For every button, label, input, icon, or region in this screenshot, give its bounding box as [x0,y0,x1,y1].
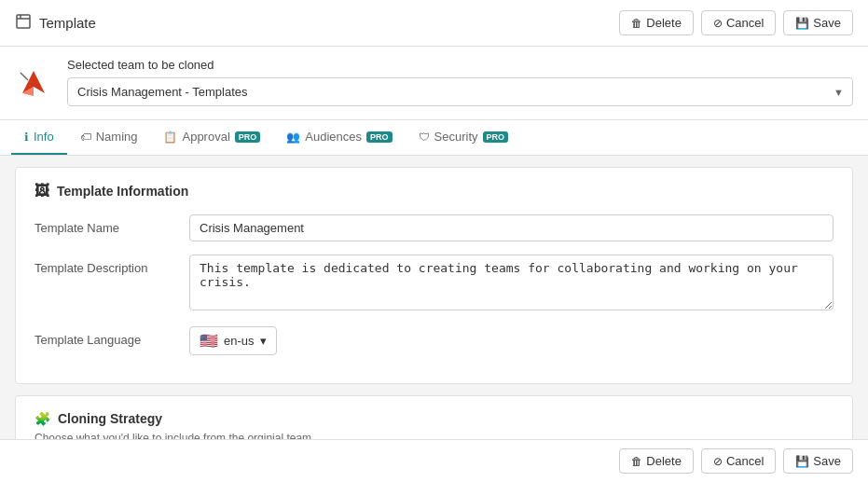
template-language-label: Template Language [34,326,174,347]
team-selector-select[interactable]: Crisis Management - Templates [67,77,853,106]
template-name-row: Template Name [34,214,834,241]
team-selector-content: Selected team to be cloned Crisis Manage… [67,58,853,106]
footer-save-icon: 💾 [795,455,809,468]
header-delete-button[interactable]: 🗑 Delete [619,10,694,35]
page-title: Template [39,15,96,31]
footer-save-button[interactable]: 💾 Save [783,448,853,474]
audiences-pro-badge: Pro [366,131,393,143]
header-actions: 🗑 Delete ⊘ Cancel 💾 Save [619,10,853,35]
header: Template 🗑 Delete ⊘ Cancel 💾 Save [0,0,868,47]
cloning-strategy-panel: 🧩 Cloning Strategy Choose what you'd lik… [15,395,853,439]
tab-security[interactable]: 🛡 Security Pro [406,120,521,155]
footer-cancel-button[interactable]: ⊘ Cancel [701,448,776,474]
template-icon [15,13,32,33]
cancel-icon: ⊘ [713,17,723,30]
security-tab-icon: 🛡 [419,131,430,144]
template-info-title: 🖼 Template Information [34,183,834,200]
footer-cancel-icon: ⊘ [713,455,723,468]
tab-info[interactable]: ℹ Info [11,120,67,155]
tab-naming[interactable]: 🏷 Naming [67,120,151,155]
svg-rect-0 [17,15,30,28]
header-left: Template [15,13,96,33]
page-wrapper: Template 🗑 Delete ⊘ Cancel 💾 Save [0,0,868,482]
cloning-icon: 🧩 [34,411,50,426]
cloning-title: 🧩 Cloning Strategy [34,411,834,426]
template-name-label: Template Name [34,214,174,235]
info-tab-icon: ℹ [24,131,29,144]
team-selector-wrapper[interactable]: Crisis Management - Templates ▼ [67,77,853,106]
security-pro-badge: Pro [483,131,509,143]
us-flag-icon: 🇺🇸 [200,332,218,350]
lang-chevron-icon: ▾ [260,334,267,348]
template-info-panel: 🖼 Template Information Template Name Tem… [15,167,853,384]
approval-pro-badge: Pro [235,131,261,143]
template-language-control: 🇺🇸 en-us ▾ [189,326,834,355]
footer: 🗑 Delete ⊘ Cancel 💾 Save [0,439,868,482]
footer-delete-button[interactable]: 🗑 Delete [619,448,694,474]
template-description-textarea[interactable]: This template is dedicated to creating t… [189,255,834,310]
tabs-bar: ℹ Info 🏷 Naming 📋 Approval Pro 👥 Audienc… [0,120,868,156]
tab-audiences[interactable]: 👥 Audiences Pro [273,120,405,155]
svg-line-5 [21,73,28,80]
template-description-label: Template Description [34,255,174,275]
header-cancel-button[interactable]: ⊘ Cancel [701,10,776,35]
template-info-icon: 🖼 [34,183,49,200]
tab-approval[interactable]: 📋 Approval Pro [150,120,273,155]
template-language-row: Template Language 🇺🇸 en-us ▾ [34,326,834,355]
team-selector-label: Selected team to be cloned [67,58,853,72]
save-icon: 💾 [795,17,809,30]
language-selector-button[interactable]: 🇺🇸 en-us ▾ [189,326,277,355]
template-description-row: Template Description This template is de… [34,255,834,313]
team-selector-area: Selected team to be cloned Crisis Manage… [0,47,868,120]
trash-icon: 🗑 [631,17,642,30]
footer-trash-icon: 🗑 [631,455,642,468]
header-save-button[interactable]: 💾 Save [783,10,853,35]
main-content: 🖼 Template Information Template Name Tem… [0,156,868,439]
template-description-control: This template is dedicated to creating t… [189,255,834,313]
naming-tab-icon: 🏷 [80,131,91,144]
template-name-input[interactable] [189,214,834,241]
cloning-subtitle: Choose what you'd like to include from t… [34,432,834,439]
template-name-control [189,214,834,241]
approval-tab-icon: 📋 [163,131,177,144]
audiences-tab-icon: 👥 [286,131,300,144]
rocket-icon-wrapper [15,63,52,101]
